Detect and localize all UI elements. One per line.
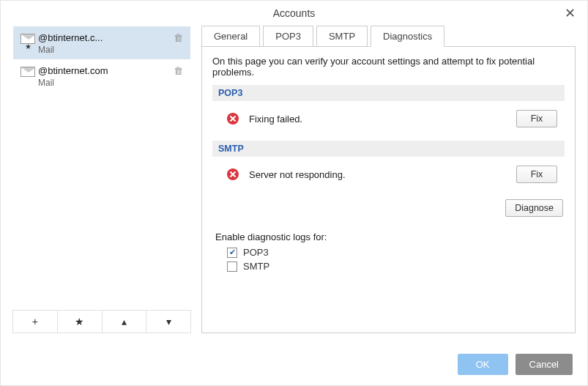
mail-icon	[21, 34, 35, 44]
add-account-button[interactable]: +	[13, 311, 58, 333]
error-icon	[227, 113, 239, 125]
pop3-fix-button[interactable]: Fix	[516, 110, 557, 127]
diagnostics-panel: On this page you can verify your account…	[201, 46, 576, 333]
account-item[interactable]: ★ @btinternet.c... Mail 🗑	[13, 26, 190, 59]
pop3-status-text: Fixing failed.	[249, 114, 516, 125]
log-smtp-label: SMTP	[243, 261, 269, 272]
dialog-footer: OK Cancel	[458, 354, 573, 375]
log-smtp-row[interactable]: SMTP	[227, 261, 565, 272]
account-item[interactable]: @btinternet.com Mail 🗑	[13, 59, 190, 92]
log-pop3-row[interactable]: POP3	[227, 247, 565, 258]
checkbox-icon[interactable]	[227, 261, 237, 272]
pop3-status-row: Fixing failed. Fix	[212, 101, 565, 136]
error-icon	[227, 168, 239, 180]
log-pop3-label: POP3	[243, 247, 269, 258]
mail-icon	[21, 67, 35, 77]
tab-general[interactable]: General	[201, 26, 260, 47]
move-down-button[interactable]: ▾	[146, 311, 190, 333]
pop3-section-header: POP3	[212, 85, 565, 101]
accounts-list: ★ @btinternet.c... Mail 🗑 @btinternet.co…	[12, 26, 191, 310]
checkbox-icon[interactable]	[227, 248, 237, 258]
tab-pop3[interactable]: POP3	[263, 26, 313, 47]
diagnose-button[interactable]: Diagnose	[505, 199, 563, 217]
sidebar-toolbar: + ★ ▴ ▾	[12, 310, 191, 333]
tabs: General POP3 SMTP Diagnostics	[201, 26, 576, 47]
account-email: @btinternet.c...	[38, 31, 172, 43]
trash-icon[interactable]: 🗑	[172, 64, 185, 78]
close-icon[interactable]: ✕	[560, 1, 580, 26]
smtp-fix-button[interactable]: Fix	[516, 166, 557, 183]
ok-button[interactable]: OK	[458, 354, 508, 375]
trash-icon[interactable]: 🗑	[172, 31, 185, 45]
account-type: Mail	[38, 45, 172, 55]
diagnostics-intro: On this page you can verify your account…	[212, 56, 565, 78]
window-title: Accounts	[273, 7, 316, 19]
cancel-button[interactable]: Cancel	[516, 354, 573, 375]
account-type: Mail	[38, 78, 172, 88]
accounts-sidebar: ★ @btinternet.c... Mail 🗑 @btinternet.co…	[12, 26, 191, 333]
smtp-status-row: Server not responding. Fix	[212, 157, 565, 192]
move-up-button[interactable]: ▴	[103, 311, 147, 333]
tab-diagnostics[interactable]: Diagnostics	[371, 26, 444, 47]
tab-smtp[interactable]: SMTP	[316, 26, 368, 47]
smtp-section-header: SMTP	[212, 141, 565, 157]
account-email: @btinternet.com	[38, 64, 172, 76]
set-default-button[interactable]: ★	[58, 311, 103, 333]
smtp-status-text: Server not responding.	[249, 169, 516, 180]
settings-panel: General POP3 SMTP Diagnostics On this pa…	[201, 26, 576, 333]
logs-label: Enable diagnostic logs for:	[215, 231, 565, 242]
